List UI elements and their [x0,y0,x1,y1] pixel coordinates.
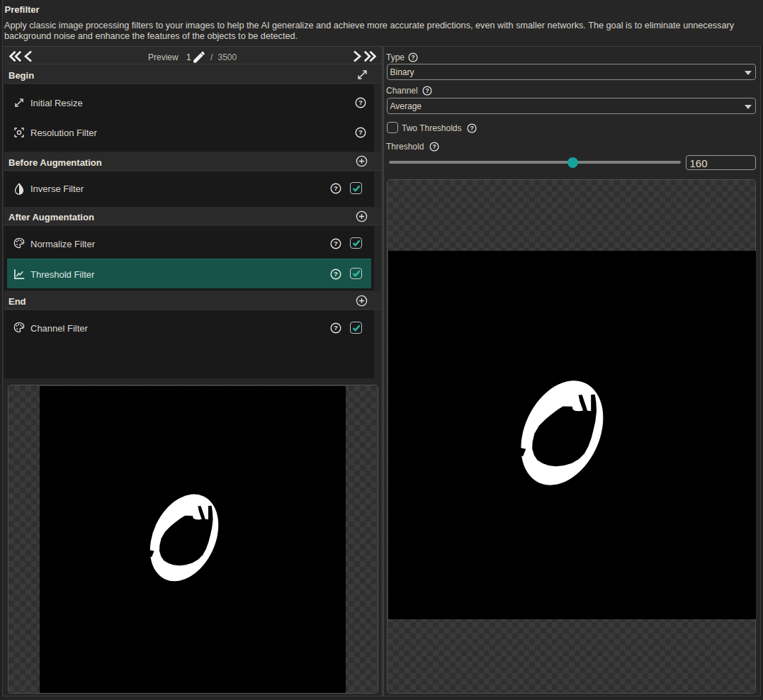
svg-text:?: ? [358,128,363,136]
svg-text:?: ? [334,270,338,278]
svg-text:?: ? [334,239,338,247]
svg-text:?: ? [432,143,436,150]
svg-text:?: ? [334,324,338,332]
svg-text:?: ? [358,98,363,106]
svg-text:?: ? [411,54,414,61]
svg-text:?: ? [425,87,429,94]
svg-text:?: ? [334,184,338,192]
svg-text:?: ? [470,125,473,132]
